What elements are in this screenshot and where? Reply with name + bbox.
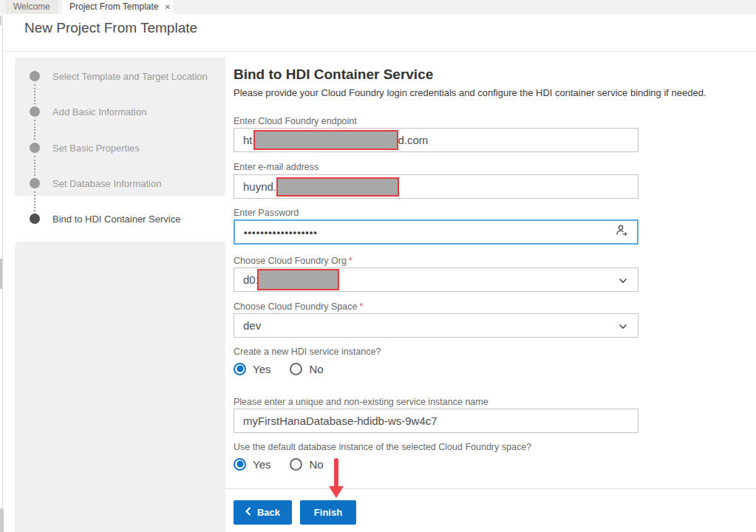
redaction-box	[253, 130, 398, 150]
password-masked-value: ••••••••••••••••••	[244, 227, 615, 238]
tab-project-label: Project From Template	[69, 0, 159, 14]
email-label: Enter e-mail address	[234, 162, 319, 172]
form-description: Please provide your Cloud Foundry login …	[234, 87, 706, 98]
org-select[interactable]: d01	[234, 267, 638, 292]
required-asterisk: *	[359, 301, 363, 312]
finish-button[interactable]: Finish	[300, 500, 356, 525]
endpoint-label: Enter Cloud Foundry endpoint	[234, 116, 357, 126]
space-label: Choose Cloud Foundry Space*	[234, 301, 363, 312]
endpoint-input[interactable]: ht d.com	[234, 128, 638, 152]
radio-unselected-icon[interactable]	[290, 363, 302, 375]
space-value: dev	[243, 319, 261, 332]
tab-welcome[interactable]: Welcome	[6, 0, 58, 14]
radio-label: No	[309, 458, 323, 471]
back-button[interactable]: Back	[234, 500, 292, 525]
email-input[interactable]: huynd.	[234, 174, 638, 199]
radio-label: Yes	[253, 458, 270, 471]
step-connector	[34, 156, 35, 176]
required-asterisk: *	[349, 256, 353, 266]
header-divider	[3, 51, 756, 52]
redaction-box	[257, 269, 339, 290]
form-heading: Bind to HDI Container Service	[234, 66, 433, 83]
org-label: Choose Cloud Foundry Org*	[234, 256, 353, 266]
create-hdi-radio-group: Yes No	[234, 362, 334, 375]
org-label-text: Choose Cloud Foundry Org	[234, 256, 347, 266]
create-hdi-radio-yes[interactable]: Yes	[234, 363, 270, 375]
password-label: Enter Password	[234, 208, 299, 218]
page-title: New Project From Template	[24, 20, 197, 36]
endpoint-value-prefix: ht	[243, 134, 253, 146]
instance-name-input[interactable]	[234, 409, 638, 433]
step-label: Set Basic Properties	[52, 143, 140, 154]
step-circle-icon	[30, 214, 40, 224]
use-default-db-radio-yes[interactable]: Yes	[234, 458, 270, 471]
radio-label: Yes	[253, 363, 270, 375]
step-label: Bind to HDI Container Service	[52, 214, 180, 225]
step-connector	[34, 120, 35, 140]
password-input[interactable]: ••••••••••••••••••	[234, 219, 638, 245]
step-label: Add Basic Information	[52, 106, 146, 117]
radio-selected-icon[interactable]	[234, 363, 246, 375]
chevron-left-icon	[245, 507, 251, 518]
step-label: Set Database Information	[52, 178, 161, 189]
step-circle-icon	[30, 106, 40, 117]
wizard-step-basic-properties[interactable]: Set Basic Properties	[30, 142, 140, 154]
finish-button-label: Finish	[314, 507, 342, 518]
tab-welcome-label: Welcome	[13, 1, 50, 12]
wizard-step-select-template[interactable]: Select Template and Target Location	[30, 70, 208, 82]
step-connector	[34, 191, 35, 211]
tab-bar: Welcome Project From Template ✕	[0, 0, 756, 14]
chevron-down-icon	[619, 273, 627, 287]
splitter-handle-top[interactable]	[0, 16, 1, 25]
left-panel-edge	[2, 14, 3, 532]
wizard-step-bind-hdi[interactable]: Bind to HDI Container Service	[30, 213, 180, 225]
space-select[interactable]: dev	[234, 313, 638, 338]
tab-project-from-template[interactable]: Project From Template ✕	[62, 0, 173, 14]
create-hdi-label: Create a new HDI service instance?	[234, 347, 381, 357]
wizard-step-basic-information[interactable]: Add Basic Information	[30, 106, 146, 117]
space-label-text: Choose Cloud Foundry Space	[234, 301, 357, 312]
email-value-prefix: huynd.	[243, 180, 276, 193]
use-default-db-radio-group: Yes No	[234, 457, 334, 471]
wizard-sidebar	[15, 58, 225, 532]
step-circle-icon	[30, 71, 40, 81]
person-arrow-login-icon[interactable]	[615, 225, 628, 239]
use-default-db-label: Use the default database instance of the…	[234, 442, 531, 452]
step-connector	[34, 84, 35, 104]
use-default-db-radio-no[interactable]: No	[290, 458, 323, 471]
chevron-down-icon	[619, 319, 627, 332]
back-button-label: Back	[257, 507, 280, 518]
annotation-arrow-head-icon	[329, 486, 344, 498]
endpoint-value-suffix: d.com	[398, 134, 429, 146]
footer-divider	[225, 488, 756, 489]
radio-label: No	[309, 363, 323, 375]
wizard-step-database-information[interactable]: Set Database Information	[30, 177, 161, 189]
close-icon[interactable]: ✕	[165, 0, 171, 14]
radio-selected-icon[interactable]	[234, 458, 246, 471]
create-hdi-radio-no[interactable]: No	[290, 363, 323, 375]
instance-name-label: Please enter a unique and non-existing s…	[234, 397, 488, 407]
step-circle-icon	[30, 178, 40, 188]
left-bottom-block	[0, 508, 4, 532]
redaction-box	[276, 177, 399, 197]
app-window: Welcome Project From Template ✕ New Proj…	[0, 0, 756, 532]
step-label: Select Template and Target Location	[52, 71, 208, 82]
radio-unselected-icon[interactable]	[290, 458, 302, 471]
annotation-arrow-shaft	[334, 458, 338, 488]
splitter-handle[interactable]	[0, 259, 2, 289]
step-circle-icon	[30, 143, 40, 153]
